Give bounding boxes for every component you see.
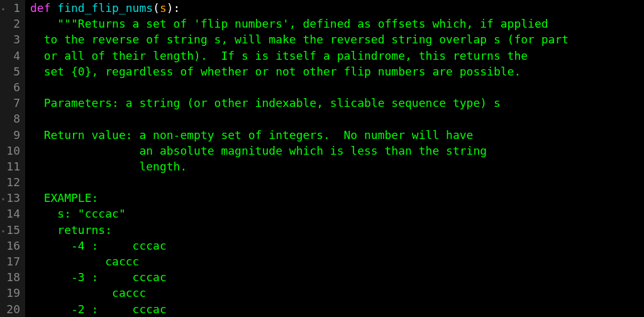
- code-line[interactable]: s: "cccac": [30, 206, 644, 221]
- code-token: s: [160, 1, 167, 14]
- code-line[interactable]: Parameters: a string (or other indexable…: [30, 95, 644, 111]
- line-number: ▾1: [3, 0, 20, 16]
- code-line[interactable]: returns:: [30, 222, 644, 238]
- code-token: an absolute magnitude which is less than…: [30, 144, 487, 157]
- code-line[interactable]: -3 : cccac: [30, 269, 644, 285]
- code-token: -4 : cccac: [30, 239, 167, 252]
- line-number: 17: [3, 253, 20, 269]
- code-token: """Returns a set of 'flip numbers', defi…: [30, 17, 548, 30]
- code-line[interactable]: Return value: a non-empty set of integer…: [30, 127, 644, 143]
- code-line[interactable]: [30, 79, 644, 95]
- code-token: set {0}, regardless of whether or not ot…: [30, 65, 521, 78]
- code-token: returns:: [30, 223, 112, 236]
- line-number: 18: [3, 269, 20, 285]
- code-token: -3 : cccac: [30, 270, 167, 284]
- code-line[interactable]: an absolute magnitude which is less than…: [30, 143, 644, 158]
- code-line[interactable]: or all of their length). If s is itself …: [30, 48, 644, 64]
- fold-marker-icon[interactable]: ▾: [1, 223, 5, 239]
- line-number-gutter: ▾123456789101112▾1314▾151617181920: [0, 0, 25, 317]
- line-number: 11: [3, 158, 20, 174]
- line-number: 9: [3, 127, 20, 143]
- code-line[interactable]: to the reverse of string s, will make th…: [30, 31, 644, 47]
- line-number: 3: [3, 31, 20, 47]
- code-line[interactable]: EXAMPLE:: [30, 190, 644, 206]
- code-token: find_flip_nums: [57, 1, 153, 14]
- code-token: caccc: [30, 255, 139, 268]
- line-number: 10: [3, 143, 20, 158]
- fold-marker-icon[interactable]: ▾: [1, 1, 5, 17]
- code-token: (: [153, 1, 160, 14]
- line-number: ▾15: [3, 222, 20, 238]
- code-line[interactable]: -2 : cccac: [30, 301, 644, 317]
- code-token: length.: [30, 160, 187, 173]
- code-token: -2 : cccac: [30, 303, 167, 316]
- code-token: def: [30, 1, 57, 14]
- code-token: s: "cccac": [30, 207, 126, 220]
- code-line[interactable]: [30, 174, 644, 190]
- line-number: 5: [3, 64, 20, 79]
- code-line[interactable]: -4 : cccac: [30, 238, 644, 253]
- code-token: caccc: [30, 286, 146, 299]
- line-number: 20: [3, 301, 20, 317]
- code-token: EXAMPLE:: [30, 191, 98, 204]
- code-line[interactable]: """Returns a set of 'flip numbers', defi…: [30, 16, 644, 31]
- code-line[interactable]: set {0}, regardless of whether or not ot…: [30, 64, 644, 79]
- line-number: 4: [3, 48, 20, 64]
- fold-marker-icon[interactable]: ▾: [1, 191, 5, 207]
- code-token: to the reverse of string s, will make th…: [30, 33, 569, 46]
- line-number: 19: [3, 285, 20, 301]
- line-number: 12: [3, 174, 20, 190]
- code-line[interactable]: length.: [30, 158, 644, 174]
- code-token: Parameters: a string (or other indexable…: [30, 96, 501, 109]
- code-token: :: [174, 1, 180, 14]
- code-line[interactable]: caccc: [30, 285, 644, 301]
- code-line[interactable]: def find_flip_nums(s):: [30, 0, 644, 16]
- line-number: 8: [3, 111, 20, 126]
- line-number: 6: [3, 79, 20, 95]
- code-editor: ▾123456789101112▾1314▾151617181920 def f…: [0, 0, 644, 317]
- line-number: 7: [3, 95, 20, 111]
- code-token: Return value: a non-empty set of integer…: [30, 128, 473, 142]
- code-token: or all of their length). If s is itself …: [30, 49, 528, 62]
- code-token: ): [167, 1, 174, 14]
- code-area[interactable]: def find_flip_nums(s): """Returns a set …: [25, 0, 644, 317]
- line-number: ▾13: [3, 190, 20, 206]
- line-number: 16: [3, 238, 20, 253]
- code-line[interactable]: caccc: [30, 253, 644, 269]
- line-number: 2: [3, 16, 20, 31]
- line-number: 14: [3, 206, 20, 221]
- code-line[interactable]: [30, 111, 644, 126]
